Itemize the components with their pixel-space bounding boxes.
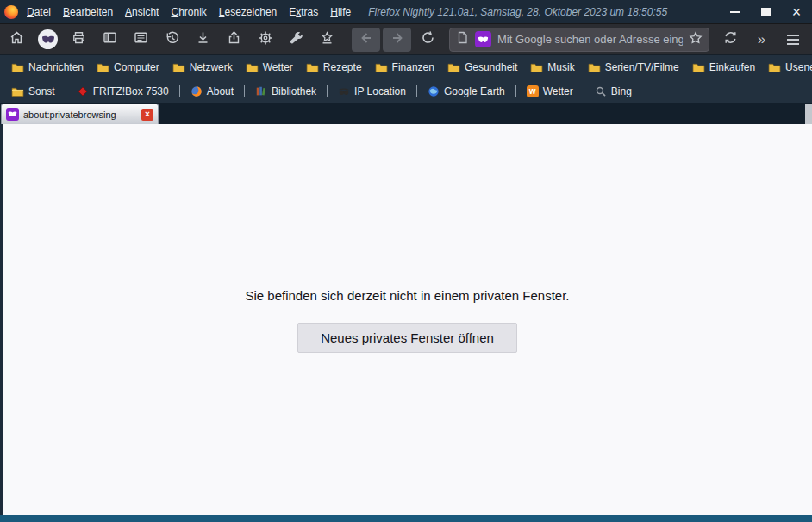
tab-private-browsing[interactable]: about:privatebrowsing × xyxy=(1,104,159,124)
download-icon xyxy=(196,30,210,48)
menu-datei[interactable]: Datei xyxy=(21,0,57,23)
window-controls: × xyxy=(719,0,812,23)
bookmark-fritzbox[interactable]: FRITZ!Box 7530 xyxy=(72,84,174,99)
minimize-button[interactable] xyxy=(719,0,750,23)
bookmark-wetter-folder[interactable]: Wetter xyxy=(240,60,298,75)
bookmark-google-earth[interactable]: Google Earth xyxy=(422,84,510,99)
reader-view-button[interactable] xyxy=(126,27,156,53)
folder-icon xyxy=(246,62,259,72)
history-button[interactable] xyxy=(157,27,187,53)
tab-close-button[interactable]: × xyxy=(141,109,153,121)
close-button[interactable]: × xyxy=(781,0,812,23)
bookmark-star-icon[interactable] xyxy=(689,31,703,48)
bookmark-separator xyxy=(327,85,328,97)
firefox-logo-icon[interactable] xyxy=(4,5,18,19)
back-button[interactable] xyxy=(352,28,380,52)
page-icon xyxy=(456,31,469,47)
maximize-icon xyxy=(761,8,771,16)
bookmark-separator xyxy=(179,85,180,97)
bookmark-gesundheit[interactable]: Gesundheit xyxy=(442,60,522,75)
bookmark-bing[interactable]: Bing xyxy=(590,84,637,99)
menubar: Datei Bearbeiten Ansicht Chronik Lesezei… xyxy=(21,0,357,23)
bookmark-sonst[interactable]: Sonst xyxy=(6,84,60,99)
bookmark-musik[interactable]: Musik xyxy=(525,60,579,75)
magnifier-icon xyxy=(595,85,607,97)
back-arrow-icon xyxy=(359,30,374,49)
reload-icon xyxy=(421,30,435,48)
urlbar-placeholder: Mit Google suchen oder Adresse eing xyxy=(497,33,683,46)
folder-icon xyxy=(375,62,388,72)
private-browsing-badge xyxy=(475,31,491,47)
open-private-window-button[interactable]: Neues privates Fenster öffnen xyxy=(297,323,517,353)
sidebar-icon xyxy=(103,30,117,48)
sidebar-button[interactable] xyxy=(95,27,125,53)
home-icon xyxy=(9,30,24,48)
menu-bearbeiten[interactable]: Bearbeiten xyxy=(57,0,119,23)
forward-arrow-icon xyxy=(390,30,405,49)
sync-arrows-icon xyxy=(723,30,738,48)
bookmark-separator xyxy=(515,85,516,97)
bookmark-wetter[interactable]: wWetter xyxy=(522,84,578,99)
bookmarks-toolbar-row1: Nachrichten Computer Netzwerk Wetter Rez… xyxy=(0,54,812,79)
urlbar[interactable]: Mit Google suchen oder Adresse eing xyxy=(449,28,709,52)
menu-hilfe[interactable]: Hilfe xyxy=(324,0,357,23)
globe-icon xyxy=(428,85,440,97)
folder-icon xyxy=(768,62,781,72)
bookmark-usenet[interactable]: Usenet xyxy=(763,60,812,75)
bookmarks-toolbar-row2: Sonst FRITZ!Box 7530 About Bibliothek IP… xyxy=(0,79,812,103)
close-icon: × xyxy=(792,4,802,20)
tab-title: about:privatebrowsing xyxy=(23,110,137,120)
window-title: Firefox Nightly 121.0a1, Samstag, 28. Ok… xyxy=(368,6,719,18)
bookmark-computer[interactable]: Computer xyxy=(91,60,165,75)
menu-ansicht[interactable]: Ansicht xyxy=(119,0,165,23)
wetter-w-icon: w xyxy=(527,85,539,97)
bookmark-finanzen[interactable]: Finanzen xyxy=(370,60,440,75)
folder-icon xyxy=(530,62,543,72)
folder-icon xyxy=(11,86,24,97)
history-clock-icon xyxy=(165,30,180,49)
folder-icon xyxy=(172,62,185,72)
bookmark-about[interactable]: About xyxy=(185,84,239,99)
save-star-button[interactable] xyxy=(312,27,342,53)
folder-icon xyxy=(97,62,109,72)
bookmark-einkaufen[interactable]: Einkaufen xyxy=(687,60,760,75)
downloads-button[interactable] xyxy=(188,27,218,53)
app-menu-button[interactable] xyxy=(778,27,808,53)
bookmark-nachrichten[interactable]: Nachrichten xyxy=(6,60,89,75)
bookmark-separator xyxy=(416,85,417,97)
bookmark-bibliothek[interactable]: Bibliothek xyxy=(250,84,322,99)
tab-bar: about:privatebrowsing × xyxy=(0,103,812,124)
reload-button[interactable] xyxy=(413,27,443,53)
sync-button[interactable] xyxy=(715,27,746,53)
overflow-button[interactable]: » xyxy=(746,27,777,53)
gear-icon xyxy=(258,30,273,49)
folder-icon xyxy=(447,62,460,72)
tools-button[interactable] xyxy=(281,27,311,53)
private-mask-icon xyxy=(38,29,58,49)
menu-extras[interactable]: Extras xyxy=(283,0,324,23)
share-upload-icon xyxy=(227,30,241,48)
page-content: Sie befinden sich derzeit nicht in einem… xyxy=(0,124,812,515)
bookmark-serien-tv-filme[interactable]: Serien/TV/Filme xyxy=(583,60,684,75)
share-button[interactable] xyxy=(219,27,249,53)
folder-icon xyxy=(306,62,319,72)
bookmark-separator xyxy=(244,85,245,97)
glasses-icon xyxy=(338,85,350,97)
maximize-button[interactable] xyxy=(750,0,781,23)
bottom-strip xyxy=(0,515,812,522)
private-browsing-button[interactable] xyxy=(33,27,63,53)
folder-icon xyxy=(588,62,601,72)
menu-chronik[interactable]: Chronik xyxy=(165,0,212,23)
home-button[interactable] xyxy=(2,27,32,53)
folder-icon xyxy=(11,62,24,72)
print-button[interactable] xyxy=(64,27,94,53)
forward-button[interactable] xyxy=(383,28,411,52)
settings-button[interactable] xyxy=(250,27,280,53)
menu-lesezeichen[interactable]: Lesezeichen xyxy=(213,0,283,23)
bookmark-ip-location[interactable]: IP Location xyxy=(333,84,411,99)
browser-window: Datei Bearbeiten Ansicht Chronik Lesezei… xyxy=(0,0,812,522)
private-mask-tab-icon xyxy=(6,108,19,121)
star-tray-icon xyxy=(320,30,334,48)
bookmark-netzwerk[interactable]: Netzwerk xyxy=(167,60,238,75)
bookmark-rezepte[interactable]: Rezepte xyxy=(301,60,367,75)
